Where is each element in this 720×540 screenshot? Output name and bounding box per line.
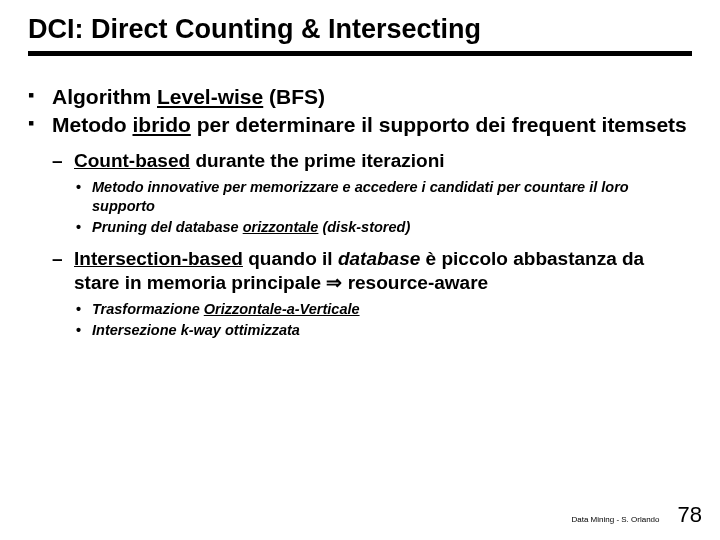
text: (BFS) xyxy=(263,85,325,108)
text-underline: Intersection-based xyxy=(74,248,243,269)
text-underline: ibrido xyxy=(132,113,190,136)
bullet-list: Algorithm Level-wise (BFS) Metodo ibrido… xyxy=(28,84,692,340)
text-underline: orizzontale xyxy=(243,219,319,235)
arrow-icon: ⇒ xyxy=(326,272,342,293)
footer-credit: Data Mining - S. Orlando xyxy=(571,515,659,524)
subsub-intersezione: Intersezione k-way ottimizzata xyxy=(74,321,692,340)
text: durante the prime iterazioni xyxy=(190,150,444,171)
text: Pruning del database xyxy=(92,219,243,235)
text-underline: Orizzontale-a-Verticale xyxy=(204,301,360,317)
sub-list: Count-based durante the prime iterazioni… xyxy=(52,149,692,340)
title-rule xyxy=(28,51,692,56)
sub-count-based: Count-based durante the prime iterazioni… xyxy=(52,149,692,237)
footer: Data Mining - S. Orlando 78 xyxy=(571,502,702,528)
text: quando il xyxy=(243,248,338,269)
text: per determinare il supporto dei frequent… xyxy=(191,113,687,136)
bullet-metodo: Metodo ibrido per determinare il support… xyxy=(28,112,692,340)
text: resource-aware xyxy=(342,272,488,293)
text-italic: database xyxy=(338,248,420,269)
text: Metodo xyxy=(52,113,132,136)
text-underline: Level-wise xyxy=(157,85,263,108)
subsub-list: Metodo innovative per memorizzare e acce… xyxy=(74,178,692,237)
text: Trasformazione xyxy=(92,301,204,317)
text: Algorithm xyxy=(52,85,157,108)
subsub-pruning: Pruning del database orizzontale (disk-s… xyxy=(74,218,692,237)
subsub-innovative: Metodo innovative per memorizzare e acce… xyxy=(74,178,692,216)
slide-title: DCI: Direct Counting & Intersecting xyxy=(28,14,692,45)
text: (disk-stored) xyxy=(318,219,410,235)
subsub-list: Trasformazione Orizzontale-a-Verticale I… xyxy=(74,300,692,340)
bullet-algorithm: Algorithm Level-wise (BFS) xyxy=(28,84,692,110)
slide-body: DCI: Direct Counting & Intersecting Algo… xyxy=(0,0,720,340)
sub-intersection-based: Intersection-based quando il database è … xyxy=(52,247,692,340)
text-underline: Count-based xyxy=(74,150,190,171)
page-number: 78 xyxy=(678,502,702,528)
subsub-trasformazione: Trasformazione Orizzontale-a-Verticale xyxy=(74,300,692,319)
